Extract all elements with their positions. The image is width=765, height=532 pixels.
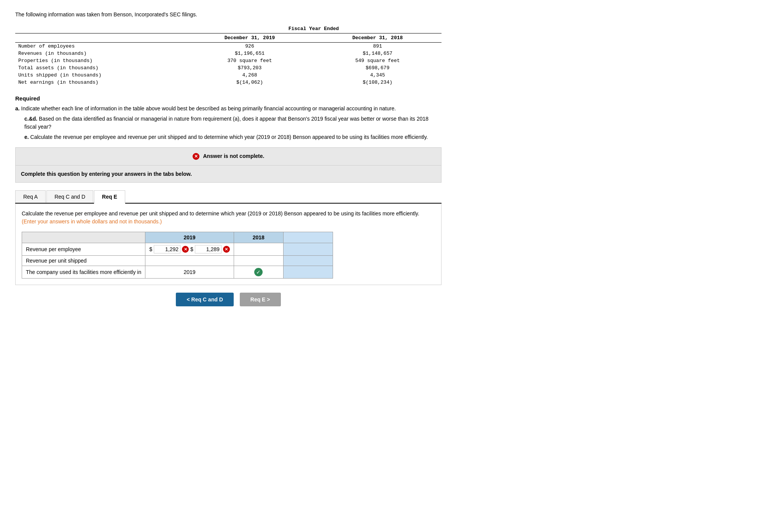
- cell-empty-unit: [283, 256, 333, 266]
- answer-col-2018: 2018: [234, 232, 283, 243]
- fiscal-row-4: Units shipped (in thousands) 4,268 4,345: [15, 72, 441, 79]
- row-label-revenue-employee: Revenue per employee: [22, 243, 145, 256]
- answer-table: 2019 2018 Revenue per employee $ ✕ $ ✕: [22, 232, 333, 279]
- tab-req-e[interactable]: Req E: [94, 190, 125, 204]
- row-revenue-per-unit: Revenue per unit shipped: [22, 256, 333, 266]
- tab-desc-text1: Calculate the revenue per employee and r…: [22, 210, 419, 217]
- fiscal-label-0: Number of employees: [15, 43, 186, 50]
- cell-2018-revenue-unit: [234, 256, 283, 266]
- row-revenue-per-employee: Revenue per employee $ ✕ $ ✕: [22, 243, 333, 256]
- tab-content-req-e: Calculate the revenue per employee and r…: [15, 204, 441, 285]
- tab-description: Calculate the revenue per employee and r…: [22, 210, 435, 226]
- req-item-2: e. Calculate the revenue per employee an…: [15, 133, 441, 141]
- prev-button[interactable]: < Req C and D: [176, 293, 233, 306]
- cell-empty-facilities: [283, 266, 333, 279]
- cell-2018-revenue-employee: [234, 243, 283, 256]
- tab-desc-text2: (Enter your answers in whole dollars and…: [22, 218, 162, 225]
- row-label-facilities: The company used its facilities more eff…: [22, 266, 145, 279]
- input-2018-revenue-employee[interactable]: [195, 245, 222, 253]
- fiscal-label-4: Units shipped (in thousands): [15, 72, 186, 79]
- fiscal-2019-1: $1,196,651: [186, 50, 314, 57]
- required-title: Required: [15, 95, 441, 102]
- fiscal-table: Fiscal Year Ended December 31, 2019 Dece…: [15, 24, 441, 86]
- fiscal-2019-5: $(14,062): [186, 79, 314, 86]
- req-letter-0: a.: [15, 105, 20, 111]
- cell-2019-revenue-unit: [145, 256, 234, 266]
- fiscal-2018-5: $(108,234): [314, 79, 441, 86]
- req-letter-2: e.: [24, 134, 29, 140]
- nav-buttons: < Req C and D Req E >: [15, 293, 441, 306]
- cell-facilities-answer: 2019: [145, 266, 234, 279]
- fiscal-2018-0: 891: [314, 43, 441, 50]
- fiscal-2019-3: $793,203: [186, 64, 314, 72]
- fiscal-label-3: Total assets (in thousands): [15, 64, 186, 72]
- cell-2019-revenue-employee: $ ✕ $ ✕: [145, 243, 234, 256]
- dollar-sign-1: $: [149, 246, 152, 252]
- col-2019-header: December 31, 2019: [186, 33, 314, 43]
- row-label-revenue-unit: Revenue per unit shipped: [22, 256, 145, 266]
- check-icon: ✓: [254, 268, 263, 276]
- fiscal-row-0: Number of employees 926 891: [15, 43, 441, 50]
- intro-text: The following information was taken from…: [15, 11, 441, 18]
- fiscal-row-5: Net earnings (in thousands) $(14,062) $(…: [15, 79, 441, 86]
- tabs-container: Req A Req C and D Req E: [15, 190, 441, 204]
- col-2018-header: December 31, 2018: [314, 33, 441, 43]
- required-section: Required a. Indicate whether each line o…: [15, 95, 441, 141]
- complete-banner: Complete this question by entering your …: [15, 166, 441, 183]
- tab-req-cd[interactable]: Req C and D: [46, 190, 93, 203]
- fiscal-label-5: Net earnings (in thousands): [15, 79, 186, 86]
- answer-col-2019: 2019: [145, 232, 234, 243]
- answer-banner: ✕ Answer is not complete.: [15, 147, 441, 166]
- error-icon-2018-employee[interactable]: ✕: [223, 246, 230, 253]
- fiscal-label-2: Properties (in thousands): [15, 57, 186, 64]
- row-facilities: The company used its facilities more eff…: [22, 266, 333, 279]
- next-button[interactable]: Req E >: [240, 293, 281, 306]
- fiscal-2019-4: 4,268: [186, 72, 314, 79]
- fiscal-2019-2: 370 square feet: [186, 57, 314, 64]
- dollar-sign-2: $: [190, 246, 193, 252]
- fiscal-2018-2: 549 square feet: [314, 57, 441, 64]
- fiscal-row-3: Total assets (in thousands) $793,203 $69…: [15, 64, 441, 72]
- facilities-answer-text: 2019: [183, 269, 195, 275]
- fiscal-row-2: Properties (in thousands) 370 square fee…: [15, 57, 441, 64]
- req-item-1: c.&d. Based on the data identified as fi…: [15, 115, 441, 131]
- error-icon: ✕: [193, 153, 199, 160]
- fiscal-2018-4: 4,345: [314, 72, 441, 79]
- fiscal-year-header: Fiscal Year Ended: [186, 24, 441, 33]
- cell-empty-employee: [283, 243, 333, 256]
- fiscal-2018-3: $698,679: [314, 64, 441, 72]
- input-2019-revenue-employee[interactable]: [154, 245, 180, 253]
- error-icon-2019-employee[interactable]: ✕: [182, 246, 189, 253]
- fiscal-2018-1: $1,148,657: [314, 50, 441, 57]
- tab-req-a[interactable]: Req A: [15, 190, 46, 203]
- answer-banner-text: Answer is not complete.: [203, 153, 264, 159]
- cell-facilities-check: ✓: [234, 266, 283, 279]
- fiscal-2019-0: 926: [186, 43, 314, 50]
- fiscal-row-1: Revenues (in thousands) $1,196,651 $1,14…: [15, 50, 441, 57]
- req-item-0: a. Indicate whether each line of informa…: [15, 105, 441, 113]
- fiscal-label-1: Revenues (in thousands): [15, 50, 186, 57]
- req-letter-1: c.&d.: [24, 116, 37, 122]
